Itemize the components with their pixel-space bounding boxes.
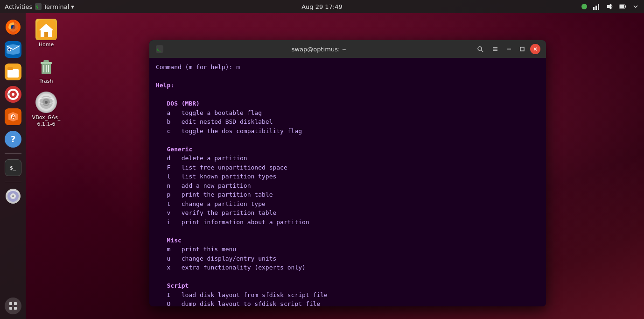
desktop-icon-trash[interactable]: Trash (29, 53, 63, 86)
terminal-icon-topbar: $_ (35, 3, 42, 10)
terminal-titlebar-left: $_ (155, 44, 164, 54)
topbar-datetime: Aug 29 17:49 (301, 3, 343, 10)
hamburger-icon (492, 46, 498, 52)
dock-item-dvd[interactable] (1, 186, 25, 206)
terminal-cmd-c: c toggle the dos compatibility flag (156, 127, 539, 136)
terminal-app-menu[interactable]: $_ Terminal ▾ (35, 3, 74, 10)
system-menu-icon[interactable] (632, 3, 639, 10)
trash-icon (35, 55, 57, 77)
terminal-cmd-x: x extra functionality (experts only) (156, 263, 539, 272)
terminal-maximize-button[interactable] (517, 44, 527, 54)
svg-marker-5 (607, 4, 611, 9)
terminal-cmd-i: i print information about a partition (156, 218, 539, 227)
terminal-cmd-O: O dump disk layout to sfdisk script file (156, 299, 539, 306)
terminal-tab-icon: $_ (155, 44, 164, 54)
terminal-empty-4 (156, 227, 539, 236)
terminal-cmd-n: n add a new partition (156, 181, 539, 191)
topbar-system-icons (581, 3, 639, 10)
files-icon-svg (5, 64, 21, 80)
network-icon[interactable] (593, 3, 600, 10)
dock-item-thunderbird[interactable] (1, 39, 25, 60)
sound-icon[interactable] (606, 3, 613, 10)
desktop-icon-vbox[interactable]: VBox_GAs_6.1.1-6 (29, 90, 63, 128)
terminal-window-controls (474, 43, 540, 55)
terminal-titlebar-icon: $_ (156, 45, 163, 53)
battery-icon[interactable] (619, 3, 626, 10)
svg-point-14 (8, 49, 10, 51)
terminal-close-button[interactable] (530, 44, 540, 54)
svg-rect-38 (44, 32, 48, 37)
battery-icon-svg (619, 3, 626, 10)
svg-rect-4 (598, 4, 599, 10)
svg-rect-16 (7, 69, 19, 78)
terminal-cmd-v: v verify the partition table (156, 208, 539, 218)
dock-item-terminal[interactable]: $_ (1, 157, 25, 178)
thunderbird-icon (5, 41, 21, 58)
terminal-cmd-I: I load disk layout from sfdisk script fi… (156, 291, 539, 300)
sound-icon-svg (606, 3, 613, 10)
svg-rect-32 (9, 302, 12, 305)
svg-rect-17 (7, 67, 13, 70)
terminal-cmd-t: t change a partition type (156, 199, 539, 209)
svg-rect-2 (593, 7, 595, 10)
dock-separator-1 (5, 153, 21, 154)
dvd-icon (5, 188, 21, 205)
dock-item-files[interactable] (1, 62, 25, 82)
terminal-cmd-u: u change display/entry units (156, 254, 539, 263)
svg-line-52 (481, 50, 483, 52)
activities-button[interactable]: Activities (5, 3, 32, 10)
network-status-icon (581, 4, 587, 9)
svg-text:$_: $_ (157, 48, 161, 52)
terminal-empty-5 (156, 272, 539, 282)
svg-point-31 (12, 195, 14, 197)
terminal-help-header: Help: (156, 81, 539, 90)
terminal-icon: $_ (5, 159, 21, 176)
desktop-icon-home[interactable]: Home (29, 17, 63, 50)
terminal-titlebar: $_ swap@optimus: ~ (149, 40, 546, 58)
dock-item-help[interactable]: ? (1, 129, 25, 149)
terminal-content[interactable]: Command (m for help): m Help: DOS (MBR) … (149, 58, 546, 306)
svg-point-48 (45, 101, 48, 104)
terminal-cmd-l: l list known partition types (156, 172, 539, 181)
vbox-icon-label: VBox_GAs_6.1.1-6 (31, 114, 62, 127)
terminal-empty-2 (156, 90, 539, 99)
terminal-menu-button[interactable] (489, 43, 501, 55)
svg-rect-35 (14, 307, 17, 310)
software-icon: A (5, 108, 21, 125)
terminal-cmd-d: d delete a partition (156, 154, 539, 163)
help-icon: ? (5, 131, 21, 148)
svg-rect-3 (595, 6, 597, 10)
terminal-section-misc: Misc (156, 236, 539, 245)
show-apps-button[interactable] (5, 298, 21, 314)
terminal-empty-1 (156, 72, 539, 81)
svg-point-21 (12, 93, 14, 96)
dvd-icon-svg (5, 188, 21, 205)
svg-text:?: ? (11, 134, 15, 144)
firefox-icon-svg (5, 19, 21, 35)
home-icon-label: Home (39, 42, 54, 48)
dock-item-software[interactable]: A (1, 106, 25, 127)
terminal-minimize-button[interactable] (504, 44, 514, 54)
files-icon (5, 64, 21, 80)
dock-item-rhythmbox[interactable] (1, 84, 25, 105)
rhythmbox-icon-svg (5, 86, 21, 103)
software-icon-svg: A (5, 108, 21, 125)
svg-rect-33 (14, 302, 17, 305)
svg-point-51 (478, 47, 482, 50)
terminal-cmd-m: m print this menu (156, 245, 539, 254)
desktop-icons: Home Trash VBox_ (29, 17, 63, 129)
network-icon-svg (593, 3, 600, 10)
terminal-cmd-b: b edit nested BSD disklabel (156, 117, 539, 127)
terminal-prompt-line: Command (m for help): m (156, 63, 539, 72)
topbar-app-arrow: ▾ (71, 3, 74, 10)
rhythmbox-icon (5, 86, 21, 103)
maximize-icon (519, 46, 525, 52)
firefox-icon (5, 19, 21, 35)
home-icon (35, 19, 57, 40)
terminal-search-button[interactable] (474, 43, 486, 55)
terminal-window: $_ swap@optimus: ~ (149, 40, 546, 306)
topbar-left: Activities $_ Terminal ▾ (5, 3, 74, 10)
dock-item-firefox[interactable] (1, 17, 25, 37)
svg-rect-41 (43, 60, 49, 62)
topbar: Activities $_ Terminal ▾ Aug 29 17:49 (0, 0, 644, 13)
